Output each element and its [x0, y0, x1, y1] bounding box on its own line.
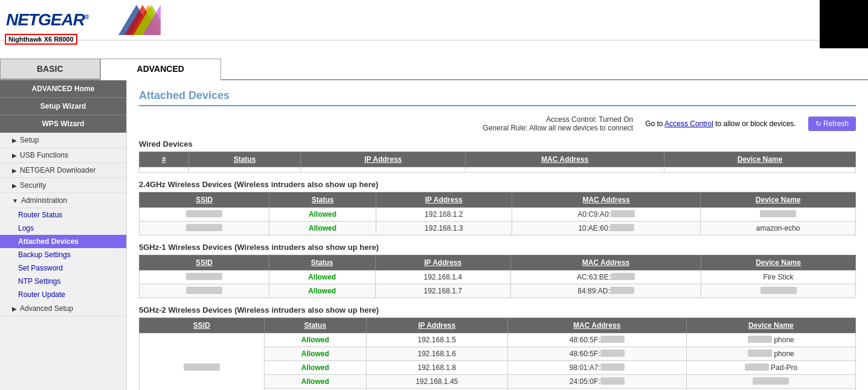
col-ssid[interactable]: SSID: [140, 255, 269, 270]
col-ssid[interactable]: SSID: [140, 318, 265, 333]
name-blurred: [760, 210, 796, 217]
sidebar-item-administration[interactable]: ▼ Administration: [0, 193, 126, 208]
mac-blurred: [611, 210, 635, 217]
col-status[interactable]: Status: [269, 255, 375, 270]
page-title: Attached Devices: [139, 89, 856, 106]
col-mac[interactable]: MAC Address: [507, 318, 686, 333]
col-name[interactable]: Device Name: [701, 255, 856, 270]
access-control-link[interactable]: Access Control: [664, 120, 713, 128]
table-row: Allowed 192.168.1.4 AC:63:BE: Fire Stick: [140, 270, 856, 284]
sidebar-item-advanced-setup[interactable]: ▶ Advanced Setup: [0, 301, 126, 316]
mac-blurred: [610, 224, 634, 231]
mac-blurred: [600, 377, 625, 385]
wireless-5g2-section-title: 5GHz-2 Wireless Devices (Wireless intrud…: [139, 305, 856, 315]
col-ssid[interactable]: SSID: [140, 193, 269, 208]
arrow-icon: ▶: [12, 182, 17, 189]
status-cell: Allowed: [264, 361, 366, 375]
wired-col-mac[interactable]: MAC Address: [466, 152, 664, 167]
col-ip[interactable]: IP Address: [376, 193, 512, 208]
status-cell: Allowed: [264, 375, 366, 389]
sidebar-item-label: Advanced Setup: [20, 304, 73, 313]
table-row: Allowed 192.168.1.5 48:60:5F: phone: [140, 333, 856, 347]
sidebar-subitem-attached-devices[interactable]: Attached Devices: [0, 235, 126, 248]
refresh-button[interactable]: ↻ Refresh: [808, 117, 856, 131]
wireless-24-section-title: 2.4GHz Wireless Devices (Wireless intrud…: [139, 180, 856, 189]
tabs-bar: BASIC ADVANCED: [0, 59, 868, 80]
sidebar-subitem-backup-settings[interactable]: Backup Settings: [0, 248, 126, 261]
arrow-icon: ▶: [12, 305, 17, 312]
tab-basic[interactable]: BASIC: [0, 59, 100, 79]
mac-blurred: [611, 273, 635, 280]
general-rule-text: General Rule: Allow all new devices to c…: [483, 124, 633, 132]
arrow-icon: ▶: [12, 167, 17, 174]
sidebar-btn-setup-wizard[interactable]: Setup Wizard: [0, 98, 126, 115]
sidebar-item-label: Security: [20, 181, 46, 190]
access-suffix: to allow or block devices.: [713, 120, 796, 128]
model-label: Nighthawk X6 R8000: [5, 34, 77, 45]
wired-col-num[interactable]: #: [140, 152, 189, 167]
logo-sup: ®: [85, 14, 88, 21]
sidebar: ADVANCED Home Setup Wizard WPS Wizard ▶ …: [0, 80, 127, 390]
status-cell: Allowed: [264, 347, 366, 361]
access-prefix: Go to: [645, 120, 664, 128]
status-cell: Allowed: [269, 222, 376, 235]
wired-col-name[interactable]: Device Name: [664, 152, 856, 167]
access-link-container: Go to Access Control to allow or block d…: [645, 120, 796, 128]
wireless-5g1-section-title: 5GHz-1 Wireless Devices (Wireless intrud…: [139, 243, 856, 252]
col-ip[interactable]: IP Address: [366, 318, 507, 333]
wireless-5g2-table: SSID Status IP Address MAC Address Devic…: [139, 318, 856, 390]
arrow-icon: ▶: [12, 137, 17, 144]
col-ip[interactable]: IP Address: [375, 255, 510, 270]
sidebar-btn-wps-wizard[interactable]: WPS Wizard: [0, 115, 126, 133]
ssid-blurred: [186, 210, 222, 217]
sidebar-subitem-router-status[interactable]: Router Status: [0, 208, 126, 222]
ssid-blurred: [186, 273, 222, 280]
name-blurred: [753, 377, 789, 385]
wired-col-status[interactable]: Status: [188, 152, 300, 167]
sidebar-item-usb-functions[interactable]: ▶ USB Functions: [0, 148, 126, 163]
sidebar-item-label: Setup: [20, 136, 39, 144]
sidebar-subitem-router-update[interactable]: Router Update: [0, 288, 126, 301]
name-blurred: [760, 287, 797, 294]
sidebar-subitem-logs[interactable]: Logs: [0, 222, 126, 235]
col-name[interactable]: Device Name: [686, 318, 855, 333]
col-name[interactable]: Device Name: [701, 193, 856, 208]
sidebar-item-netgear-downloader[interactable]: ▶ NETGEAR Downloader: [0, 163, 126, 178]
wired-section-title: Wired Devices: [139, 139, 856, 149]
ssid-blurred: [184, 363, 220, 371]
access-bar: Access Control: Turned On General Rule: …: [139, 115, 856, 132]
mac-blurred: [600, 350, 625, 357]
name-blurred: [745, 363, 769, 371]
table-row: Allowed 192.168.1.7 84:89:AD:: [140, 284, 856, 298]
header: NETGEAR® Nighthawk X6 R8000: [0, 0, 868, 40]
tab-advanced[interactable]: ADVANCED: [100, 59, 221, 80]
main-layout: ADVANCED Home Setup Wizard WPS Wizard ▶ …: [0, 80, 868, 390]
ssid-blurred: [186, 287, 222, 294]
black-box: [820, 0, 868, 48]
col-mac[interactable]: MAC Address: [512, 193, 701, 208]
sidebar-item-setup[interactable]: ▶ Setup: [0, 133, 126, 148]
content-area: Attached Devices Access Control: Turned …: [127, 80, 868, 390]
logo-text: NETGEAR: [6, 10, 85, 29]
col-mac[interactable]: MAC Address: [510, 255, 701, 270]
col-status[interactable]: Status: [269, 193, 376, 208]
sidebar-btn-advanced-home[interactable]: ADVANCED Home: [0, 80, 126, 98]
status-cell: Allowed: [264, 333, 366, 347]
col-status[interactable]: Status: [264, 318, 366, 333]
sidebar-subitem-ntp-settings[interactable]: NTP Settings: [0, 275, 126, 288]
table-row: Allowed 192.168.1.2 A0:C9:A0:: [140, 208, 856, 222]
sidebar-item-label: USB Functions: [20, 151, 68, 159]
status-cell: Allowed: [269, 284, 375, 298]
access-control-text: Access Control: Turned On: [483, 115, 633, 124]
sidebar-item-security[interactable]: ▶ Security: [0, 178, 126, 193]
sidebar-subitem-set-password[interactable]: Set Password: [0, 261, 126, 275]
logo: NETGEAR®: [6, 10, 88, 30]
wireless-24-table: SSID Status IP Address MAC Address Devic…: [139, 192, 856, 235]
status-cell: Allowed: [269, 270, 375, 284]
mac-blurred: [600, 336, 625, 343]
logo-icon: [100, 5, 161, 35]
mac-blurred: [600, 363, 625, 371]
table-row: [140, 167, 856, 173]
wired-col-ip[interactable]: IP Address: [301, 152, 466, 167]
name-blurred: [748, 336, 772, 343]
